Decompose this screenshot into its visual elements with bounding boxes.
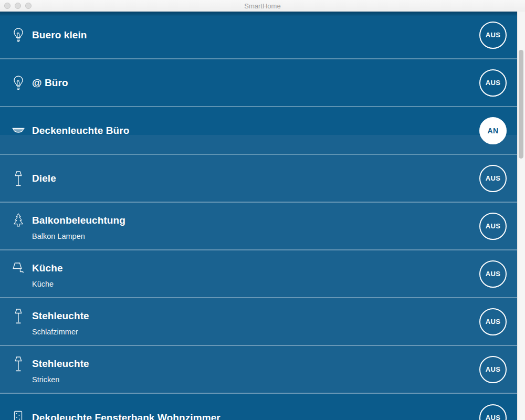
device-row[interactable]: Küche Küche AUS — [0, 250, 517, 298]
toggle-button[interactable]: AUS — [479, 22, 507, 49]
ceiling-light-icon — [12, 122, 25, 139]
device-name: Dekoleuchte Fensterbank Wohnzimmer — [32, 412, 220, 420]
device-name: Balkonbeleuchtung — [32, 215, 125, 226]
device-name: Stehleuchte — [32, 310, 89, 322]
floor-lamp-icon — [12, 308, 25, 324]
device-subtitle: Stricken — [0, 375, 517, 384]
device-row[interactable]: @ Büro AUS — [0, 59, 517, 107]
wall-lamp-icon — [12, 260, 25, 277]
window-title: SmartHome — [0, 2, 525, 10]
bulb-icon — [12, 75, 25, 91]
toggle-button[interactable]: AUS — [479, 213, 507, 240]
device-subtitle: Schlafzimmer — [0, 328, 517, 336]
app-window: SmartHome Buero klein AUS @ Büro AUS Dec… — [0, 0, 525, 420]
floor-lamp-icon — [12, 170, 25, 187]
device-name: Stehleuchte — [32, 358, 89, 370]
bulb-icon — [12, 27, 25, 44]
device-row[interactable]: Stehleuchte Stricken AUS — [0, 346, 517, 394]
titlebar: SmartHome — [0, 0, 525, 12]
deco-light-icon — [12, 410, 25, 420]
floor-lamp-icon — [12, 355, 25, 372]
device-row[interactable]: Deckenleuchte Büro AN — [0, 107, 517, 155]
toggle-button[interactable]: AN — [479, 117, 507, 144]
device-row[interactable]: Dekoleuchte Fensterbank Wohnzimmer AUS — [0, 394, 517, 420]
device-name: Buero klein — [32, 29, 87, 41]
device-subtitle: Balkon Lampen — [0, 232, 517, 240]
device-row[interactable]: Diele AUS — [0, 155, 517, 203]
device-subtitle: Küche — [0, 280, 517, 288]
scrollbar-thumb[interactable] — [519, 50, 523, 159]
tree-icon — [12, 212, 25, 229]
device-name: Deckenleuchte Büro — [32, 125, 130, 136]
toggle-button[interactable]: AUS — [479, 356, 507, 383]
toggle-button[interactable]: AUS — [479, 165, 507, 192]
toggle-button[interactable]: AUS — [479, 404, 507, 420]
device-name: @ Büro — [32, 77, 68, 89]
device-name: Küche — [32, 262, 63, 274]
device-row[interactable]: Stehleuchte Schlafzimmer AUS — [0, 298, 517, 346]
device-row[interactable]: Buero klein AUS — [0, 12, 517, 59]
device-name: Diele — [32, 173, 56, 184]
scrollbar-track[interactable] — [517, 12, 525, 420]
toggle-button[interactable]: AUS — [479, 260, 507, 288]
device-list: Buero klein AUS @ Büro AUS Deckenleuchte… — [0, 12, 517, 420]
toggle-button[interactable]: AUS — [479, 308, 507, 335]
device-row[interactable]: Balkonbeleuchtung Balkon Lampen AUS — [0, 203, 517, 250]
toggle-button[interactable]: AUS — [479, 69, 507, 97]
